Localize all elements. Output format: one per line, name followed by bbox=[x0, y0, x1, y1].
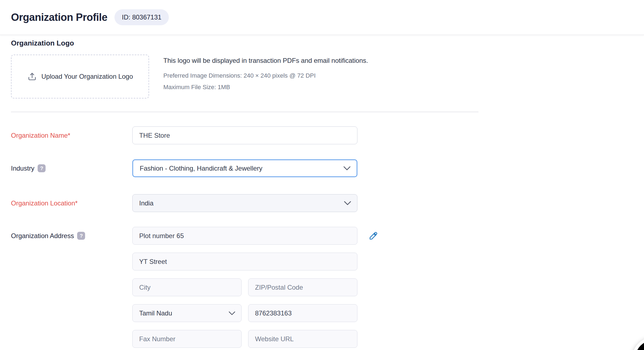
address-website-input[interactable] bbox=[248, 330, 357, 348]
industry-select[interactable]: Fashion - Clothing, Handicraft & Jewelle… bbox=[132, 159, 357, 177]
address-state-select[interactable]: Tamil Nadu bbox=[132, 304, 242, 322]
organization-name-label-cell: Organization Name* bbox=[11, 132, 132, 139]
organization-address-label: Organization Address bbox=[11, 232, 74, 240]
upload-logo-label: Upload Your Organization Logo bbox=[41, 73, 133, 80]
organization-location-value: India bbox=[139, 199, 153, 207]
organization-profile-form: Organization Name* Industry ? Fashion - … bbox=[11, 126, 633, 348]
address-zip-input[interactable] bbox=[248, 278, 357, 296]
logo-hint-dimensions: Preferred Image Dimensions: 240 × 240 pi… bbox=[163, 72, 368, 79]
industry-label-cell: Industry ? bbox=[11, 164, 132, 172]
logo-description: This logo will be displayed in transacti… bbox=[163, 57, 368, 64]
address-fax-input[interactable] bbox=[132, 330, 242, 348]
chevron-down-icon bbox=[229, 309, 235, 317]
organization-location-select[interactable]: India bbox=[132, 194, 357, 212]
logo-info: This logo will be displayed in transacti… bbox=[163, 55, 368, 98]
chevron-down-icon bbox=[343, 165, 351, 172]
organization-logo-heading: Organization Logo bbox=[11, 39, 633, 47]
industry-row: Industry ? Fashion - Clothing, Handicraf… bbox=[11, 159, 633, 177]
address-fax-website-row bbox=[11, 330, 633, 348]
address-street2-input[interactable] bbox=[132, 253, 357, 270]
chevron-down-icon bbox=[344, 199, 351, 207]
organization-location-row: Organization Location* India bbox=[11, 194, 633, 212]
upload-logo-button[interactable]: Upload Your Organization Logo bbox=[11, 55, 149, 98]
address-city-input[interactable] bbox=[132, 278, 242, 296]
logo-section: Upload Your Organization Logo This logo … bbox=[11, 55, 633, 98]
organization-address-row: Organization Address ? bbox=[11, 227, 633, 245]
organization-address-label-cell: Organization Address ? bbox=[11, 232, 132, 240]
address-street2-row bbox=[11, 253, 633, 270]
org-id-badge: ID: 80367131 bbox=[114, 9, 169, 25]
address-city-zip-row bbox=[11, 278, 633, 296]
page-header: Organization Profile ID: 80367131 bbox=[0, 0, 644, 35]
upload-icon bbox=[27, 72, 37, 81]
organization-name-row: Organization Name* bbox=[11, 126, 633, 144]
industry-select-value: Fashion - Clothing, Handicraft & Jewelle… bbox=[140, 165, 262, 172]
industry-label: Industry bbox=[11, 165, 34, 172]
edit-address-icon[interactable] bbox=[368, 231, 378, 241]
address-state-value: Tamil Nadu bbox=[139, 309, 172, 317]
industry-help-icon[interactable]: ? bbox=[38, 164, 46, 172]
address-street1-input[interactable] bbox=[132, 227, 357, 245]
organization-location-label-cell: Organization Location* bbox=[11, 199, 132, 207]
address-state-phone-row: Tamil Nadu bbox=[11, 304, 633, 322]
address-phone-input[interactable] bbox=[248, 304, 357, 322]
section-divider bbox=[11, 112, 478, 112]
organization-address-help-icon[interactable]: ? bbox=[77, 232, 85, 240]
organization-name-label: Organization Name* bbox=[11, 132, 70, 139]
logo-hint-filesize: Maximum File Size: 1MB bbox=[163, 84, 368, 91]
page-title: Organization Profile bbox=[11, 12, 107, 23]
organization-name-input[interactable] bbox=[132, 126, 357, 144]
organization-location-label: Organization Location* bbox=[11, 199, 78, 207]
settings-content: Organization Logo Upload Your Organizati… bbox=[0, 35, 644, 348]
